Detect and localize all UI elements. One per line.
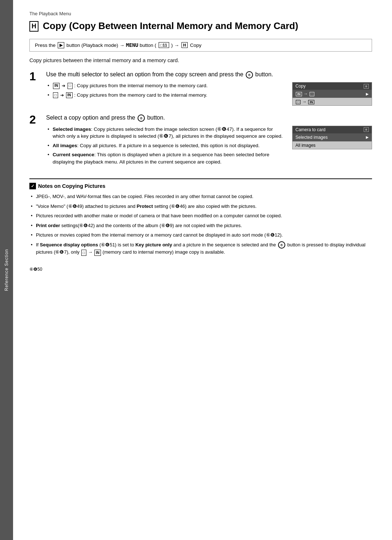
step-1-row: IN ➔ □ : Copy pictures from the internal… xyxy=(46,82,372,106)
step-1-heading: Use the multi selector to select an opti… xyxy=(46,70,372,78)
note-3: Pictures recorded with another make or m… xyxy=(29,212,372,219)
card-row-icon-2: □ xyxy=(296,100,301,104)
step-2-number: 2 xyxy=(29,114,40,125)
step-2-row: Selected images: Copy pictures selected … xyxy=(46,126,372,168)
step-1-bullets: IN ➔ □ : Copy pictures from the internal… xyxy=(46,82,285,98)
card-note-icon: □ xyxy=(81,250,86,256)
in-icon-2: IN xyxy=(66,92,73,98)
camera-to-card-ui: Camera to card ≡ Selected images ▶ All i… xyxy=(292,126,372,149)
notes-list: JPEG-, MOV-, and WAV-format files can be… xyxy=(29,193,372,256)
copy-screen-header: Copy ≡ xyxy=(293,82,372,90)
intro-text: Copy pictures between the internal memor… xyxy=(29,57,372,63)
note-4: Print order settings(⑥❻42) and the conte… xyxy=(29,222,372,229)
side-tab-label: Reference Section xyxy=(4,249,9,291)
nav-playback-label: button (Playback mode) xyxy=(66,43,118,48)
copy-screen-mode-icon: ≡ xyxy=(364,84,369,89)
footer-symbol: ⑥❻50 xyxy=(29,267,42,272)
step-1-number: 1 xyxy=(29,70,40,82)
nav-copy-label: Copy xyxy=(190,43,201,48)
side-tab: Reference Section xyxy=(0,0,13,540)
card-icon-2: □ xyxy=(53,92,58,98)
in-row-icon: IN xyxy=(296,92,302,96)
card-row-icon: □ xyxy=(310,92,314,96)
in-icon-1: IN xyxy=(53,83,60,89)
step-1: 1 Use the multi selector to select an op… xyxy=(29,70,372,106)
nav-arrow2: → xyxy=(174,43,179,48)
card-icon-1: □ xyxy=(68,83,73,89)
camera-to-card-mode-icon: ≡ xyxy=(364,127,369,132)
step-2-bullets: Selected images: Copy pictures selected … xyxy=(46,126,285,166)
in-row-icon-2: IN xyxy=(308,100,314,104)
camera-to-card-header: Camera to card ≡ xyxy=(293,126,372,133)
nav-prefix: Press the xyxy=(35,43,56,48)
step-1-bullet-1: IN ➔ □ : Copy pictures from the internal… xyxy=(46,82,285,89)
note-1: JPEG-, MOV-, and WAV-format files can be… xyxy=(29,193,372,200)
step-1-text: IN ➔ □ : Copy pictures from the internal… xyxy=(46,82,285,101)
notes-icon: ✓ xyxy=(29,183,36,189)
nav-bar: Press the ▶ button (Playback mode) → MEN… xyxy=(29,39,372,52)
copy-row-1: IN → □ ▶ xyxy=(293,90,372,98)
ok-button-icon-step2: ® xyxy=(138,114,145,122)
nav-arrow1: → xyxy=(120,43,125,48)
step-2-heading: Select a copy option and press the ® but… xyxy=(46,114,372,122)
nav-copy-icon: H xyxy=(181,42,188,48)
copy-screen-ui: Copy ≡ IN → □ ▶ xyxy=(292,82,372,106)
camera-to-card-row-2: All images xyxy=(293,142,372,149)
step-2: 2 Select a copy option and press the ® b… xyxy=(29,114,372,168)
copy-title-icon: H xyxy=(29,21,38,32)
step-1-body: Use the multi selector to select an opti… xyxy=(46,70,372,106)
nav-menu-sub2: ) xyxy=(171,43,173,48)
in-note-icon: IN xyxy=(94,250,101,256)
note-2: "Voice Memo" (⑥❻49) attached to pictures… xyxy=(29,203,372,210)
nav-page-ref: □11 xyxy=(159,42,169,48)
step-2-bullet-3: Current sequence: This option is display… xyxy=(46,151,285,165)
notes-heading: ✓ Notes on Copying Pictures xyxy=(29,183,372,189)
page-footer: ⑥❻50 xyxy=(29,267,372,272)
ok-icon-note: ® xyxy=(278,241,285,249)
notes-section: ✓ Notes on Copying Pictures JPEG-, MOV-,… xyxy=(29,178,372,256)
page-title: H Copy (Copy Between Internal Memory and… xyxy=(29,20,372,32)
note-5: Pictures or movies copied from the inter… xyxy=(29,231,372,239)
nav-menu-label: MENU xyxy=(126,42,138,48)
step-1-bullet-2: □ ➔ IN : Copy pictures from the memory c… xyxy=(46,92,285,99)
step-2-text: Selected images: Copy pictures selected … xyxy=(46,126,285,168)
camera-to-card-row-1: Selected images ▶ xyxy=(293,133,372,142)
copy-row-2: □ → IN xyxy=(293,98,372,105)
step-1-camera-ui: Copy ≡ IN → □ ▶ xyxy=(292,82,372,106)
ok-button-icon-step1: ® xyxy=(246,71,253,78)
step-2-bullet-2: All images: Copy all pictures. If a pict… xyxy=(46,142,285,149)
playback-icon: ▶ xyxy=(58,42,64,48)
note-6: If Sequence display options (⑥❻51) is se… xyxy=(29,241,372,256)
step-2-camera-ui: Camera to card ≡ Selected images ▶ All i… xyxy=(292,126,372,149)
steps-container: 1 Use the multi selector to select an op… xyxy=(29,70,372,168)
nav-menu-sub: button ( xyxy=(140,43,156,48)
main-content: The Playback Menu H Copy (Copy Between I… xyxy=(13,0,392,540)
step-2-body: Select a copy option and press the ® but… xyxy=(46,114,372,168)
breadcrumb: The Playback Menu xyxy=(29,11,372,16)
step-2-bullet-1: Selected images: Copy pictures selected … xyxy=(46,126,285,140)
